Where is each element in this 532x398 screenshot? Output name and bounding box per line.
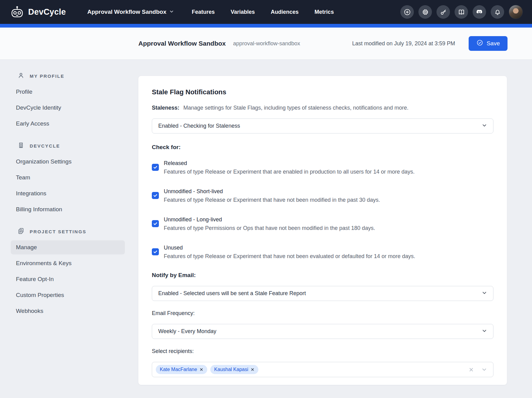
sidebar-item-custom-properties[interactable]: Custom Properties [11, 288, 125, 302]
frequency-select-value: Weekly - Every Monday [158, 328, 216, 335]
sidebar-item-early-access[interactable]: Early Access [11, 117, 125, 131]
save-button-label: Save [487, 40, 500, 47]
chevron-down-icon [482, 290, 487, 297]
plus-circle-icon [403, 8, 411, 16]
staleness-label: Staleness: [152, 105, 179, 111]
staleness-checks-list: Released Features of type Release or Exp… [152, 159, 493, 260]
sidebar-item-team[interactable]: Team [11, 171, 125, 185]
recipient-tags: Kate MacFarlane Kaushal Kapasi [156, 365, 469, 374]
sidebar-item-feature-opt-in[interactable]: Feature Opt-In [11, 272, 125, 286]
nav-link-audiences[interactable]: Audiences [271, 9, 299, 15]
accent-bar [0, 24, 532, 28]
recipient-name: Kate MacFarlane [160, 367, 197, 372]
check-circle-icon [476, 39, 483, 48]
nav-link-features[interactable]: Features [192, 9, 215, 15]
project-selector-dropdown[interactable]: Approval Workflow Sandbox [87, 9, 174, 15]
check-row-unmodified-short-lived: Unmodified - Short-lived Features of typ… [152, 187, 493, 204]
sidebar-item-integrations[interactable]: Integrations [11, 186, 125, 201]
sidebar-item-profile[interactable]: Profile [11, 85, 125, 99]
clear-all-icon[interactable] [469, 367, 474, 372]
brand-name: DevCycle [28, 7, 66, 17]
nav-actions [400, 5, 523, 19]
remove-recipient-icon[interactable] [251, 368, 254, 371]
section-label: PROJECT SETTINGS [30, 229, 86, 234]
check-label: Unmodified - Long-lived [164, 216, 375, 223]
select-recipients-label: Select recipients: [152, 348, 493, 355]
chevron-down-icon [169, 9, 174, 15]
recipients-multiselect[interactable]: Kate MacFarlane Kaushal Kapasi [152, 362, 493, 377]
discord-icon [475, 8, 483, 16]
stale-flag-notifications-card: Stale Flag Notifications Staleness: Mana… [138, 76, 507, 385]
recipient-name: Kaushal Kapasi [214, 367, 248, 372]
page-header: Approval Workflow Sandbox approval-workf… [0, 28, 532, 60]
unused-checkbox[interactable] [152, 248, 159, 255]
staleness-desc-text: Manage settings for Stale Flags, includi… [183, 105, 408, 111]
unmodified-short-lived-checkbox[interactable] [152, 192, 159, 199]
project-selector-label: Approval Workflow Sandbox [87, 9, 166, 15]
multiselect-controls [469, 367, 487, 372]
sidebar-item-organization-settings[interactable]: Organization Settings [11, 155, 125, 169]
clipboard-icon [17, 227, 24, 235]
staleness-select[interactable]: Enabled - Checking for Staleness [152, 118, 493, 133]
settings-sidebar: MY PROFILE Profile DevCycle Identity Ear… [11, 69, 125, 326]
check-description: Features of type Release or Experiment t… [164, 168, 414, 176]
nav-link-variables[interactable]: Variables [231, 9, 255, 15]
check-row-released: Released Features of type Release or Exp… [152, 159, 493, 176]
sidebar-section-devcycle: DEVCYCLE Organization Settings Team Inte… [11, 139, 125, 216]
check-description: Features of type Release or Experiment t… [164, 196, 380, 204]
devcycle-robot-logo-icon [10, 6, 24, 18]
top-navigation: DevCycle Approval Workflow Sandbox Featu… [0, 0, 532, 24]
sidebar-section-header: DEVCYCLE [11, 139, 125, 153]
sidebar-item-billing-information[interactable]: Billing Information [11, 202, 125, 216]
save-button[interactable]: Save [469, 36, 508, 51]
email-frequency-label: Email Frequency: [152, 310, 493, 317]
check-label: Unmodified - Short-lived [164, 187, 380, 195]
gear-icon [421, 8, 429, 16]
api-keys-button[interactable] [436, 5, 450, 19]
user-avatar[interactable] [509, 5, 523, 19]
check-label: Unused [164, 244, 415, 252]
bell-icon [494, 8, 501, 16]
notify-by-email-label: Notify by Email: [152, 272, 493, 279]
nav-link-metrics[interactable]: Metrics [315, 9, 334, 15]
chevron-down-icon [482, 123, 487, 130]
key-icon [440, 8, 447, 16]
sidebar-item-devcycle-identity[interactable]: DevCycle Identity [11, 101, 125, 115]
remove-recipient-icon[interactable] [200, 368, 203, 371]
unmodified-long-lived-checkbox[interactable] [152, 220, 159, 227]
notifications-button[interactable] [491, 5, 504, 19]
page-title: Approval Workflow Sandbox [138, 40, 226, 47]
documentation-button[interactable] [455, 5, 468, 19]
recipient-tag: Kaushal Kapasi [210, 365, 258, 374]
sidebar-item-environments-keys[interactable]: Environments & Keys [11, 256, 125, 270]
create-new-button[interactable] [400, 5, 414, 19]
chevron-down-icon [482, 328, 487, 335]
person-icon [17, 72, 24, 80]
check-label: Released [164, 159, 414, 167]
released-checkbox[interactable] [152, 164, 159, 171]
check-row-unused: Unused Features of type Release or Exper… [152, 244, 493, 260]
page-slug: approval-workflow-sandbox [233, 40, 300, 47]
section-label: MY PROFILE [30, 73, 64, 79]
check-for-label: Check for: [152, 144, 493, 151]
sidebar-section-project-settings: PROJECT SETTINGS Manage Environments & K… [11, 224, 125, 318]
notify-select-value: Enabled - Selected users will be sent a … [158, 290, 306, 297]
check-description: Features of type Release or Experiment t… [164, 252, 415, 260]
section-label: DEVCYCLE [30, 143, 60, 148]
email-frequency-select[interactable]: Weekly - Every Monday [152, 324, 493, 339]
last-modified-text: Last modified on July 19, 2024 at 3:59 P… [352, 40, 455, 47]
staleness-select-value: Enabled - Checking for Staleness [158, 123, 240, 129]
chevron-down-icon[interactable] [481, 367, 487, 372]
staleness-description: Staleness: Manage settings for Stale Fla… [152, 105, 493, 111]
sidebar-section-my-profile: MY PROFILE Profile DevCycle Identity Ear… [11, 69, 125, 131]
open-book-icon [458, 8, 465, 16]
check-row-unmodified-long-lived: Unmodified - Long-lived Features of type… [152, 216, 493, 232]
notify-by-email-select[interactable]: Enabled - Selected users will be sent a … [152, 286, 493, 301]
sidebar-item-manage[interactable]: Manage [11, 240, 125, 254]
devcycle-brand[interactable]: DevCycle [10, 6, 66, 18]
sidebar-item-webhooks[interactable]: Webhooks [11, 304, 125, 318]
discord-button[interactable] [473, 5, 486, 19]
settings-button[interactable] [418, 5, 432, 19]
check-description: Features of type Permissions or Ops that… [164, 224, 375, 232]
recipient-tag: Kate MacFarlane [156, 365, 207, 374]
